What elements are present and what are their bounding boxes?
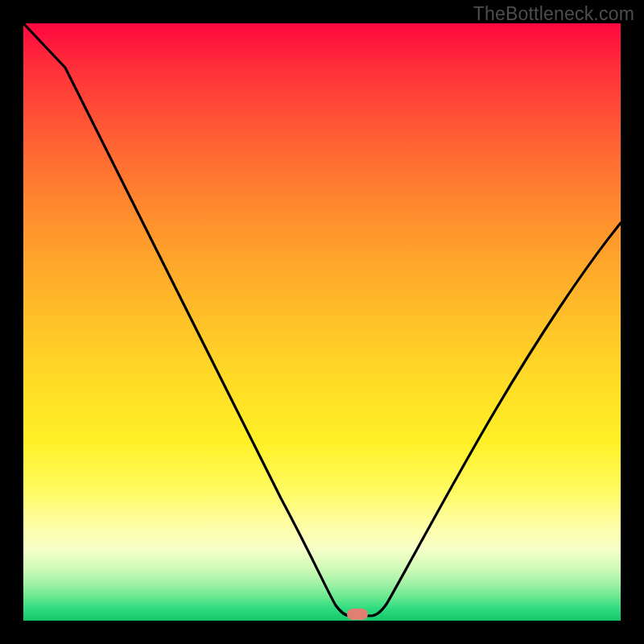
bottleneck-curve <box>23 23 621 621</box>
curve-path <box>23 23 621 616</box>
chart-frame: TheBottleneck.com <box>0 0 644 644</box>
plot-area <box>23 23 621 621</box>
optimal-point-marker <box>347 609 368 620</box>
watermark-text: TheBottleneck.com <box>473 3 634 25</box>
